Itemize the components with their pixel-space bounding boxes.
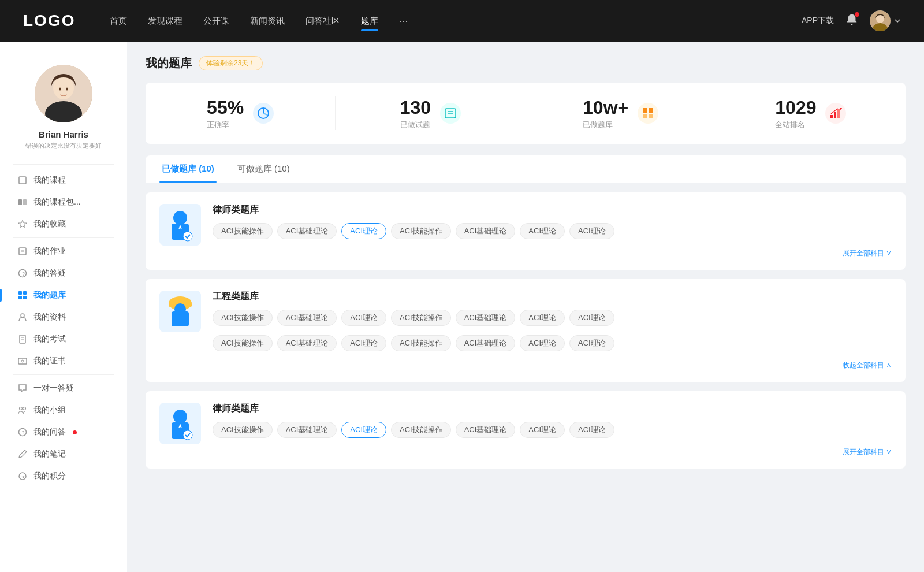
tags-row-2: ACI技能操作ACI基础理论ACI理论ACI技能操作ACI基础理论ACI理论AC…: [213, 422, 892, 443]
navbar: LOGO 首页 发现课程 公开课 新闻资讯 问答社区 题库 ··· APP下载: [0, 0, 924, 42]
tag-item[interactable]: ACI理论: [569, 422, 614, 438]
nav-news[interactable]: 新闻资讯: [250, 13, 285, 29]
sidebar-item-my-homework[interactable]: 我的作业: [0, 240, 127, 262]
tab-done[interactable]: 已做题库 (10): [159, 155, 217, 183]
tag-item[interactable]: ACI理论: [569, 223, 614, 239]
svg-rect-12: [19, 248, 26, 255]
stat-done-questions: 130 已做试题: [336, 96, 526, 130]
expand-link-2[interactable]: 展开全部科目 ∨: [213, 447, 892, 457]
tag-item[interactable]: ACI理论: [569, 335, 614, 351]
svg-rect-34: [445, 109, 456, 118]
sidebar-item-one-on-one[interactable]: 一对一答疑: [0, 377, 127, 399]
tag-item[interactable]: ACI技能操作: [213, 223, 273, 239]
expand-link-0[interactable]: 展开全部科目 ∨: [213, 248, 892, 258]
tag-item[interactable]: ACI理论: [341, 310, 386, 326]
tag-item[interactable]: ACI基础理论: [456, 223, 516, 239]
tag-item[interactable]: ACI理论: [520, 310, 565, 326]
tag-item[interactable]: ACI基础理论: [456, 335, 516, 351]
tag-item[interactable]: ACI理论: [341, 335, 386, 351]
tabs-bar: 已做题库 (10) 可做题库 (10): [146, 155, 906, 183]
tag-item[interactable]: ACI基础理论: [277, 223, 337, 239]
tag-item[interactable]: ACI理论: [341, 422, 386, 438]
sidebar-item-my-course[interactable]: 我的课程: [0, 169, 127, 191]
svg-point-21: [21, 314, 24, 317]
sidebar-item-my-cert[interactable]: 我的证书: [0, 350, 127, 372]
profile-motto: 错误的决定比没有决定要好: [25, 142, 102, 150]
svg-text:?: ?: [22, 271, 25, 277]
tag-item[interactable]: ACI基础理论: [456, 310, 516, 326]
notification-dot: [855, 12, 859, 17]
sidebar-item-my-notes[interactable]: 我的笔记: [0, 443, 127, 465]
nav-bank[interactable]: 题库: [361, 13, 378, 29]
svg-rect-17: [18, 291, 22, 295]
tag-item[interactable]: ACI基础理论: [277, 335, 337, 351]
nav-more[interactable]: ···: [399, 15, 408, 27]
tags-row-1: ACI技能操作ACI基础理论ACI理论ACI技能操作ACI基础理论ACI理论AC…: [213, 310, 892, 356]
course-icon: [17, 175, 28, 185]
svg-rect-42: [834, 112, 836, 118]
subject-icon-engineer-1: [159, 291, 201, 332]
sidebar-item-my-favorite[interactable]: 我的收藏: [0, 213, 127, 235]
avatar: [870, 10, 891, 31]
svg-point-27: [20, 407, 23, 410]
tag-item[interactable]: ACI基础理论: [277, 422, 337, 438]
subject-icon-lawyer-0: [159, 204, 201, 246]
svg-point-55: [183, 430, 192, 440]
stat-value-done-banks: 10w+: [583, 96, 628, 118]
tag-item[interactable]: ACI基础理论: [277, 310, 337, 326]
tag-item[interactable]: ACI技能操作: [213, 422, 273, 438]
sidebar-item-my-package[interactable]: 我的课程包...: [0, 191, 127, 213]
stat-label-done-banks: 已做题库: [583, 120, 628, 130]
sidebar-item-my-bank[interactable]: 我的题库: [0, 284, 127, 306]
sidebar-item-my-points[interactable]: ★ 我的积分: [0, 465, 127, 487]
tag-item[interactable]: ACI理论: [520, 223, 565, 239]
sidebar-label-my-notes: 我的笔记: [33, 449, 66, 459]
sidebar-label-my-answers: 我的问答: [33, 427, 66, 437]
stats-card: 55% 正确率 130 已做试题: [146, 83, 906, 144]
expand-link-1[interactable]: 收起全部科目 ∧: [213, 361, 892, 370]
nav-qa[interactable]: 问答社区: [305, 13, 340, 29]
sidebar-item-my-group[interactable]: 我的小组: [0, 399, 127, 421]
tag-item[interactable]: ACI理论: [520, 335, 565, 351]
tag-item[interactable]: ACI技能操作: [391, 422, 451, 438]
app-download-btn[interactable]: APP下载: [802, 16, 834, 26]
sidebar-item-my-answers[interactable]: ? 我的问答: [0, 421, 127, 443]
sidebar-item-my-exam[interactable]: 我的考试: [0, 328, 127, 350]
tag-item[interactable]: ACI理论: [341, 223, 386, 239]
rank-icon: [825, 103, 846, 124]
tag-item[interactable]: ACI技能操作: [213, 310, 273, 326]
sidebar-item-my-profile[interactable]: 我的资料: [0, 306, 127, 328]
nav-open-course[interactable]: 公开课: [203, 13, 229, 29]
svg-point-54: [173, 410, 187, 424]
tab-todo[interactable]: 可做题库 (10): [235, 155, 292, 183]
svg-point-47: [183, 232, 192, 241]
tag-item[interactable]: ACI技能操作: [213, 335, 273, 351]
tag-item[interactable]: ACI技能操作: [391, 335, 451, 351]
sidebar-label-my-question: 我的答疑: [33, 268, 66, 278]
tag-item[interactable]: ACI技能操作: [391, 223, 451, 239]
svg-point-28: [23, 407, 26, 410]
profile-section: Brian Harris 错误的决定比没有决定要好: [0, 53, 127, 159]
profile-user-icon: [17, 312, 28, 322]
sidebar: Brian Harris 错误的决定比没有决定要好 我的课程 我的课程包...: [0, 42, 127, 572]
main-content: 我的题库 体验剩余23天！ 55% 正确率: [127, 42, 924, 572]
notification-bell[interactable]: [845, 13, 858, 28]
exam-icon: [17, 334, 28, 344]
tag-item[interactable]: ACI理论: [520, 422, 565, 438]
divider-1: [13, 164, 114, 165]
nav-courses[interactable]: 发现课程: [148, 13, 182, 29]
user-avatar-wrap[interactable]: [870, 10, 901, 31]
stat-label-accuracy: 正确率: [207, 120, 244, 130]
tag-item[interactable]: ACI基础理论: [456, 422, 516, 438]
profile-avatar[interactable]: [35, 65, 92, 122]
subject-title-1: 工程类题库: [213, 291, 892, 303]
tag-item[interactable]: ACI技能操作: [391, 310, 451, 326]
tag-item[interactable]: ACI理论: [569, 310, 614, 326]
subject-icon-lawyer-2: [159, 403, 201, 444]
sidebar-item-my-question[interactable]: ? 我的答疑: [0, 262, 127, 284]
stat-label-done-questions: 已做试题: [400, 120, 431, 130]
nav-home[interactable]: 首页: [110, 13, 127, 29]
svg-point-6: [59, 88, 61, 91]
stat-value-done-questions: 130: [400, 96, 431, 118]
stat-label-rank: 全站排名: [775, 120, 816, 130]
